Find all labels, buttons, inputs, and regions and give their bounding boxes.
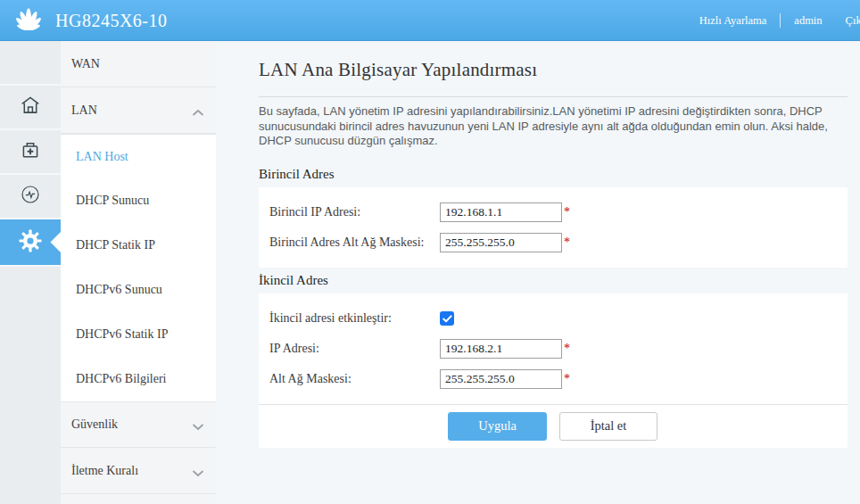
form-row-secondary-enable: İkincil adresi etkinleştir: — [269, 303, 848, 334]
sidebar-item-dhcpv6-info[interactable]: DHCPv6 Bilgileri — [61, 357, 216, 401]
rail-spacer — [0, 41, 61, 86]
sidebar-item-label: DHCP Statik IP — [76, 238, 155, 252]
page-title: LAN Ana Bilgisayar Yapılandırması — [259, 59, 848, 81]
device-model: HG8245X6-10 — [55, 11, 168, 31]
primary-ip-input[interactable] — [440, 202, 562, 222]
primary-address-panel: Birincil IP Adresi: * Birincil Adres Alt… — [259, 187, 848, 268]
required-asterisk: * — [564, 235, 570, 250]
form-row-secondary-mask: Alt Ağ Maskesi: * — [269, 364, 848, 394]
rail-filler — [0, 267, 61, 504]
required-asterisk: * — [564, 205, 570, 219]
sidebar-item-label: DHCPv6 Bilgileri — [76, 372, 167, 386]
sidebar-item-dhcpv6-server[interactable]: DHCPv6 Sunucu — [61, 268, 216, 312]
chevron-up-icon — [192, 106, 204, 120]
sidebar-item-dhcp-server[interactable]: DHCP Sunucu — [61, 178, 216, 223]
secondary-enable-label: İkincil adresi etkinleştir: — [269, 311, 440, 326]
sidebar-item-label: LAN Host — [76, 150, 128, 164]
sidebar-item-label: LAN — [71, 103, 97, 118]
sidebar-item-label: WAN — [71, 57, 100, 71]
secondary-address-panel: İkincil adresi etkinleştir: IP Adresi: *… — [259, 293, 848, 404]
required-asterisk: * — [564, 372, 570, 386]
cancel-button[interactable]: İptal et — [559, 412, 657, 441]
sidebar-item-label: Güvenlik — [71, 417, 118, 432]
apply-button[interactable]: Uygula — [448, 412, 547, 441]
sidebar-item-forward-rules[interactable]: İletme Kuralı — [61, 448, 216, 494]
sidebar-item-dhcp-static-ip[interactable]: DHCP Statik IP — [61, 223, 216, 268]
top-bar-divider — [780, 13, 781, 28]
chevron-down-icon — [192, 420, 204, 434]
secondary-mask-label: Alt Ağ Maskesi: — [269, 372, 440, 386]
check-icon — [442, 310, 452, 326]
sidebar-item-wan[interactable]: WAN — [61, 41, 216, 87]
secondary-address-heading: İkincil Adres — [259, 273, 848, 288]
logout-link[interactable]: Çıkış — [846, 14, 860, 28]
quick-setup-link[interactable]: Hızlı Ayarlama — [699, 14, 767, 28]
add-box-icon — [19, 138, 42, 165]
secondary-ip-label: IP Adresi: — [269, 342, 440, 356]
rail-item-home[interactable] — [0, 86, 61, 130]
rail-item-services[interactable] — [0, 130, 61, 175]
secondary-mask-input[interactable] — [440, 369, 562, 389]
rail-item-settings[interactable] — [0, 219, 61, 267]
sidebar-item-label: DHCP Sunucu — [76, 194, 149, 208]
sidebar-item-label: DHCPv6 Statik IP — [76, 327, 168, 342]
sidebar-item-label: İletme Kuralı — [71, 464, 138, 478]
primary-mask-input[interactable] — [440, 233, 562, 252]
sidebar-item-dhcpv6-static-ip[interactable]: DHCPv6 Statik IP — [61, 312, 216, 357]
required-asterisk: * — [564, 342, 570, 356]
sidebar-item-lan-host[interactable]: LAN Host — [61, 134, 216, 178]
huawei-logo-icon — [9, 3, 48, 38]
sidebar-item-lan[interactable]: LAN — [61, 87, 216, 134]
diagnostics-icon — [19, 183, 42, 210]
page-description: Bu sayfada, LAN yönetim IP adresini yapı… — [259, 104, 848, 149]
secondary-ip-input[interactable] — [440, 339, 562, 359]
title-divider — [259, 96, 848, 97]
button-bar: Uygula İptal et — [259, 404, 848, 448]
secondary-enable-checkbox[interactable] — [440, 311, 454, 326]
primary-ip-label: Birincil IP Adresi: — [269, 205, 440, 219]
sidebar-item-label: DHCPv6 Sunucu — [76, 283, 162, 297]
brand: HG8245X6-10 — [9, 0, 168, 41]
sidebar-item-security[interactable]: Güvenlik — [61, 401, 216, 448]
home-icon — [19, 94, 42, 120]
sidebar-menu: WAN LAN LAN Host DHCP Sunucu DHCP Statik… — [61, 41, 216, 504]
sidebar-item-partial[interactable] — [61, 494, 216, 504]
rail-item-diagnostics[interactable] — [0, 175, 61, 219]
gear-icon — [18, 228, 43, 257]
form-row-primary-mask: Birincil Adres Alt Ağ Maskesi: * — [269, 227, 848, 258]
form-row-primary-ip: Birincil IP Adresi: * — [269, 197, 848, 227]
top-bar-links: Hızlı Ayarlama admin Çıkış — [699, 0, 860, 41]
chevron-down-icon — [192, 467, 204, 481]
router-admin-screen: HG8245X6-10 Hızlı Ayarlama admin Çıkış — [0, 0, 860, 504]
primary-address-heading: Birincil Adres — [259, 167, 848, 182]
logged-in-user[interactable]: admin — [794, 14, 822, 28]
icon-rail — [0, 41, 61, 504]
form-row-secondary-ip: IP Adresi: * — [269, 334, 848, 364]
top-bar: HG8245X6-10 Hızlı Ayarlama admin Çıkış — [0, 0, 860, 41]
primary-mask-label: Birincil Adres Alt Ağ Maskesi: — [269, 235, 440, 250]
main-content: LAN Ana Bilgisayar Yapılandırması Bu say… — [216, 41, 860, 504]
